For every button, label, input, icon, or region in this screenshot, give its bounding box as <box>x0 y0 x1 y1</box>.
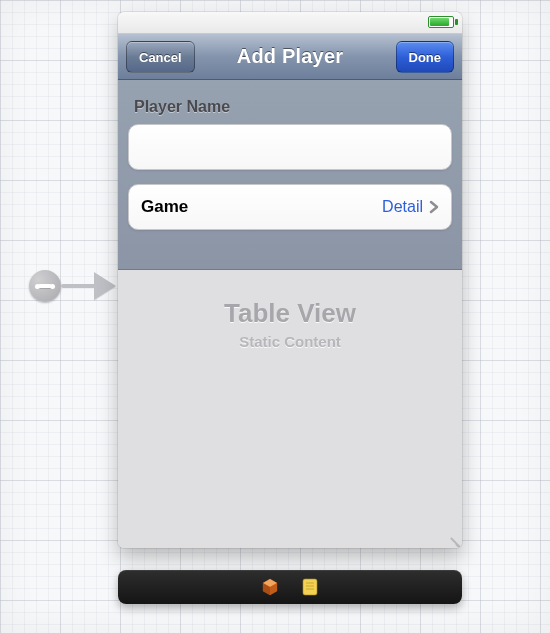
cancel-button-label: Cancel <box>139 50 182 65</box>
segue-source-node[interactable] <box>29 270 61 302</box>
scene-add-player[interactable]: Cancel Add Player Done Player Name Game … <box>118 12 462 548</box>
battery-icon <box>428 16 454 28</box>
segue-push-icon <box>38 284 52 288</box>
player-name-input[interactable] <box>141 125 439 169</box>
game-cell-detail: Detail <box>382 198 423 216</box>
resize-handle-icon[interactable] <box>446 532 462 548</box>
table-placeholder-subtitle: Static Content <box>239 333 341 350</box>
game-cell[interactable]: Game Detail <box>128 184 452 230</box>
grouped-table-sections: Player Name Game Detail <box>118 80 462 270</box>
cancel-button[interactable]: Cancel <box>126 41 195 73</box>
segue-arrow-icon <box>94 272 116 300</box>
segue-connector-line[interactable] <box>61 284 97 288</box>
game-cell-label: Game <box>141 197 188 217</box>
status-bar <box>118 12 462 34</box>
done-button-label: Done <box>409 50 442 65</box>
table-placeholder-title: Table View <box>224 298 356 329</box>
done-button[interactable]: Done <box>396 41 455 73</box>
svg-rect-4 <box>303 579 317 595</box>
section-header-player-name: Player Name <box>134 98 446 116</box>
chevron-right-icon <box>429 200 439 214</box>
navigation-title: Add Player <box>237 45 343 68</box>
player-name-cell[interactable] <box>128 124 452 170</box>
object-3d-icon[interactable] <box>260 577 280 597</box>
note-icon[interactable] <box>300 577 320 597</box>
table-view-placeholder[interactable]: Table View Static Content <box>118 270 462 548</box>
scene-dock[interactable] <box>118 570 462 604</box>
navigation-bar: Cancel Add Player Done <box>118 34 462 80</box>
